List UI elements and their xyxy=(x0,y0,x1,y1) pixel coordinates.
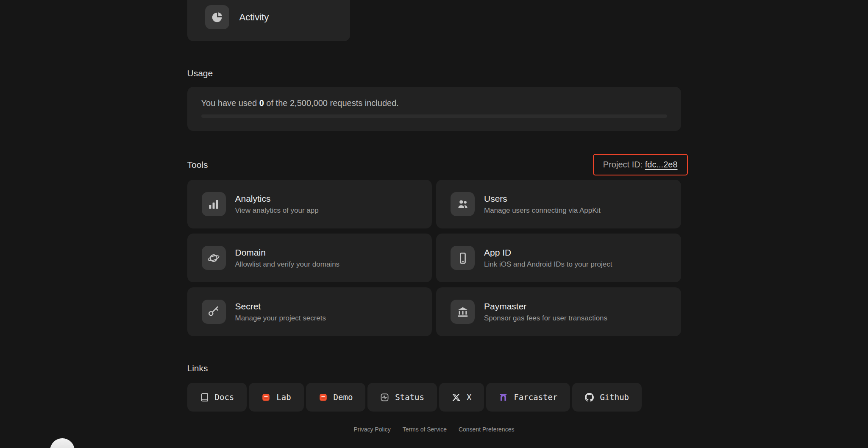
planet-icon xyxy=(202,246,226,270)
links-heading: Links xyxy=(187,363,681,373)
tool-title: Analytics xyxy=(235,193,319,204)
privacy-policy-link[interactable]: Privacy Policy xyxy=(354,426,391,433)
farcaster-link-button[interactable]: Farcaster xyxy=(486,383,570,412)
tool-subtitle: Link iOS and Android IDs to your project xyxy=(484,260,612,269)
demo-logo-icon xyxy=(319,393,328,402)
chat-launcher[interactable] xyxy=(50,438,75,448)
book-icon xyxy=(200,393,209,402)
github-icon xyxy=(585,393,594,402)
tool-title: Secret xyxy=(235,301,326,312)
tool-subtitle: Manage users connecting via AppKit xyxy=(484,206,601,215)
activity-card-label: Activity xyxy=(239,12,269,23)
project-id-value[interactable]: fdc...2e8 xyxy=(645,160,678,169)
tool-subtitle: Sponsor gas fees for user transactions xyxy=(484,314,607,323)
links-row: Docs Lab Demo Status xyxy=(187,383,681,412)
main-content: Activity Usage You have used 0 of the 2,… xyxy=(187,0,681,433)
usage-text-suffix: of the 2,500,000 requests included. xyxy=(264,98,399,108)
mobile-icon xyxy=(451,246,475,270)
x-logo-icon xyxy=(452,393,461,402)
tool-title: Paymaster xyxy=(484,301,607,312)
key-icon xyxy=(202,300,226,324)
tools-grid: Analytics View analytics of your app Use… xyxy=(187,180,681,336)
farcaster-icon xyxy=(499,393,508,402)
link-label: Docs xyxy=(215,392,234,402)
github-link-button[interactable]: Github xyxy=(572,383,642,412)
project-id-label: Project ID: xyxy=(603,160,645,169)
footer: Privacy Policy Terms of Service Consent … xyxy=(187,426,681,433)
tool-subtitle: Allowlist and verify your domains xyxy=(235,260,340,269)
tool-title: Users xyxy=(484,193,601,204)
lab-link-button[interactable]: Lab xyxy=(249,383,303,412)
tools-heading: Tools xyxy=(187,160,208,170)
bar-chart-icon xyxy=(202,192,226,216)
tool-title: App ID xyxy=(484,247,612,258)
activity-card[interactable]: Activity xyxy=(187,0,350,41)
x-link-button[interactable]: X xyxy=(439,383,484,412)
link-label: Farcaster xyxy=(514,392,557,402)
tool-subtitle: Manage your project secrets xyxy=(235,314,326,323)
tool-card-paymaster[interactable]: Paymaster Sponsor gas fees for user tran… xyxy=(436,287,681,336)
link-label: X xyxy=(467,392,471,402)
usage-card: You have used 0 of the 2,500,000 request… xyxy=(187,87,681,131)
tool-card-users[interactable]: Users Manage users connecting via AppKit xyxy=(436,180,681,228)
status-icon xyxy=(380,393,389,402)
usage-progress-bar xyxy=(201,114,667,118)
usage-text-prefix: You have used xyxy=(201,98,259,108)
lab-logo-icon xyxy=(262,393,270,402)
link-label: Demo xyxy=(334,392,353,402)
project-id-box[interactable]: Project ID: fdc...2e8 xyxy=(593,154,688,175)
pie-chart-icon xyxy=(205,5,229,29)
tool-card-domain[interactable]: Domain Allowlist and verify your domains xyxy=(187,234,432,282)
demo-link-button[interactable]: Demo xyxy=(306,383,366,412)
docs-link-button[interactable]: Docs xyxy=(187,383,247,412)
users-icon xyxy=(451,192,475,216)
usage-used-count: 0 xyxy=(259,98,264,108)
link-label: Github xyxy=(600,392,629,402)
terms-of-service-link[interactable]: Terms of Service xyxy=(403,426,447,433)
tool-title: Domain xyxy=(235,247,340,258)
consent-preferences-link[interactable]: Consent Preferences xyxy=(459,426,515,433)
tool-card-secret[interactable]: Secret Manage your project secrets xyxy=(187,287,432,336)
link-label: Status xyxy=(395,392,424,402)
tool-card-analytics[interactable]: Analytics View analytics of your app xyxy=(187,180,432,228)
usage-summary: You have used 0 of the 2,500,000 request… xyxy=(201,98,667,108)
usage-heading: Usage xyxy=(187,68,681,78)
tool-card-app-id[interactable]: App ID Link iOS and Android IDs to your … xyxy=(436,234,681,282)
status-link-button[interactable]: Status xyxy=(367,383,437,412)
link-label: Lab xyxy=(276,392,291,402)
tool-subtitle: View analytics of your app xyxy=(235,206,319,215)
bank-icon xyxy=(451,300,475,324)
